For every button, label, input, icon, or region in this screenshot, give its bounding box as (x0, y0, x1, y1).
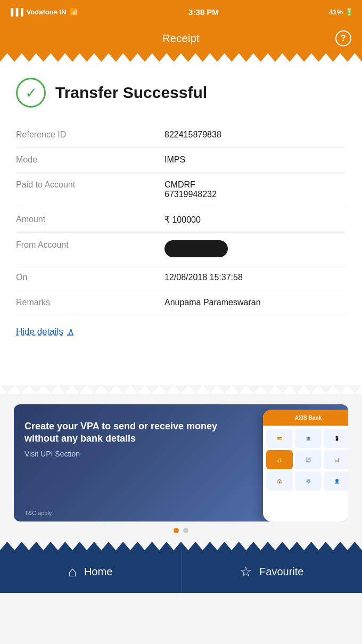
reference-id-value: 822415879838 (164, 123, 346, 148)
phone-cell: 🏦 (295, 429, 322, 448)
on-label: On (16, 265, 164, 290)
status-time: 3:38 PM (188, 7, 219, 17)
carrier-label: Vodafone IN (27, 8, 67, 16)
amount-label: Amount (16, 207, 164, 233)
success-check-icon: ✓ (16, 78, 46, 108)
dot-2 (183, 528, 188, 533)
amount-value: ₹ 100000 (164, 207, 346, 233)
banner-text-area: Create your VPA to send or receive money… (14, 404, 242, 521)
banner-dots (14, 528, 348, 533)
phone-cell: 🏠 (266, 471, 293, 491)
phone-cell: 💳 (266, 429, 293, 448)
header: Receipt ? (0, 23, 362, 53)
banner-heading: Create your VPA to send or receive money… (24, 420, 231, 445)
phone-cell: 📊 (324, 450, 348, 469)
phone-cell-highlight: 💰 (266, 450, 293, 469)
chevron-up-icon: ∧ (68, 326, 74, 337)
table-row: On 12/08/2018 15:37:58 (16, 265, 346, 290)
mode-label: Mode (16, 148, 164, 173)
zigzag-bottom-border (0, 385, 362, 394)
receipt-content: ✓ Transfer Successful Reference ID 82241… (0, 62, 362, 353)
masked-account-number (164, 240, 228, 257)
star-icon: ☆ (240, 564, 252, 580)
promo-banner[interactable]: Create your VPA to send or receive money… (14, 404, 348, 521)
on-value: 12/08/2018 15:37:58 (164, 265, 346, 290)
table-row: From Account (16, 233, 346, 265)
reference-id-label: Reference ID (16, 123, 164, 148)
status-left: ▐▐▐ Vodafone IN 📶 (9, 8, 78, 16)
phone-cell: 📱 (324, 429, 348, 448)
phone-cell: ⚙️ (295, 471, 322, 491)
from-account-label: From Account (16, 233, 164, 265)
from-account-value (164, 233, 346, 265)
banner-phone-area: AXIS Bank 💳 🏦 📱 💰 🔄 📊 🏠 ⚙️ 👤 (242, 404, 348, 521)
phone-cell: 🔄 (295, 450, 322, 469)
zigzag-top-border (0, 53, 362, 62)
details-table: Reference ID 822415879838 Mode IMPS Paid… (16, 123, 346, 315)
signal-icon: ▐▐▐ (9, 8, 23, 16)
footer: ⌂ Home ☆ Favourite (0, 550, 362, 593)
header-title: Receipt (162, 32, 200, 45)
separator-area (0, 353, 362, 385)
status-right: 41% 🔋 (329, 8, 353, 16)
paid-to-account-label: Paid to Account (16, 173, 164, 207)
table-row: Mode IMPS (16, 148, 346, 173)
home-button[interactable]: ⌂ Home (0, 550, 182, 593)
hide-details-button[interactable]: Hide details ∧ (16, 326, 346, 337)
wifi-icon: 📶 (70, 8, 78, 16)
banner-subtext: Visit UPI Section (24, 450, 231, 458)
remarks-value: Anupama Parameswaran (164, 290, 346, 315)
phone-screen-header: AXIS Bank (263, 410, 348, 426)
table-row: Remarks Anupama Parameswaran (16, 290, 346, 315)
phone-content-grid: 💳 🏦 📱 💰 🔄 📊 🏠 ⚙️ 👤 (263, 426, 348, 494)
favourite-label: Favourite (259, 566, 303, 578)
zigzag-footer-border (0, 542, 362, 550)
status-bar: ▐▐▐ Vodafone IN 📶 3:38 PM 41% 🔋 (0, 0, 362, 23)
mode-value: IMPS (164, 148, 346, 173)
battery-label: 41% (329, 8, 343, 16)
success-row: ✓ Transfer Successful (16, 72, 346, 108)
app-logo-mini: AXIS Bank (295, 415, 322, 421)
banner-area: Create your VPA to send or receive money… (0, 394, 362, 542)
help-button[interactable]: ? (335, 30, 351, 46)
phone-cell: 👤 (324, 471, 348, 491)
table-row: Paid to Account CMDRF67319948232 (16, 173, 346, 207)
home-icon: ⌂ (68, 564, 77, 580)
paid-to-account-value: CMDRF67319948232 (164, 173, 346, 207)
home-label: Home (84, 566, 112, 578)
phone-mockup: AXIS Bank 💳 🏦 📱 💰 🔄 📊 🏠 ⚙️ 👤 (263, 410, 348, 521)
dot-1 (174, 528, 179, 533)
banner-tc: T&C apply. (24, 510, 53, 516)
battery-icon: 🔋 (345, 8, 353, 16)
table-row: Amount ₹ 100000 (16, 207, 346, 233)
table-row: Reference ID 822415879838 (16, 123, 346, 148)
favourite-button[interactable]: ☆ Favourite (182, 550, 363, 593)
success-text: Transfer Successful (55, 83, 207, 102)
remarks-label: Remarks (16, 290, 164, 315)
checkmark-icon: ✓ (25, 84, 37, 102)
hide-details-label: Hide details (16, 327, 63, 337)
